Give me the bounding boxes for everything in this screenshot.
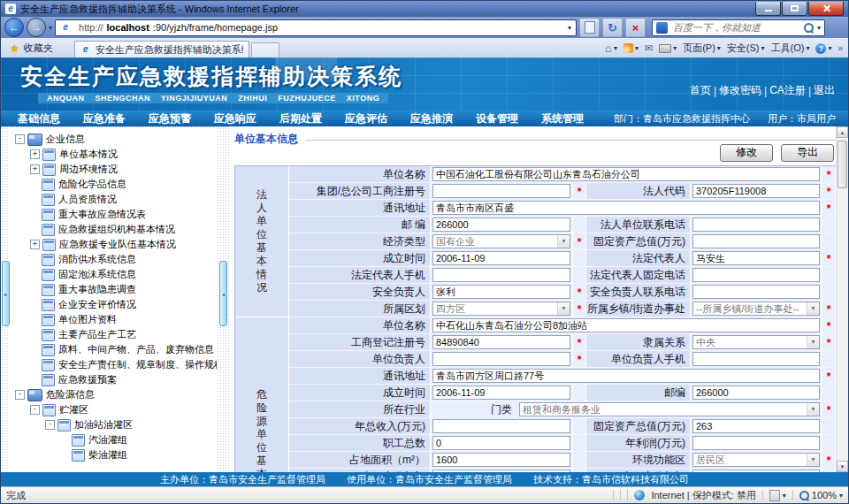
collapse-icon[interactable]: - <box>15 134 25 144</box>
tree-item-label[interactable]: 安全生产责任制、规章制度、操作规程信息 <box>58 358 217 371</box>
header-link[interactable]: CA注册 <box>768 83 807 98</box>
modify-button[interactable]: 修改 <box>720 144 773 162</box>
form-input[interactable] <box>432 218 570 232</box>
tree-item-label[interactable]: 柴油灌组 <box>88 448 127 462</box>
menu-item[interactable]: 基础信息 <box>6 111 72 126</box>
form-select[interactable]: 四方区▾ <box>432 302 570 316</box>
form-input[interactable] <box>692 268 820 282</box>
browser-tab[interactable]: e 安全生产应急救援指挥辅助决策系统 <box>74 41 249 57</box>
search-dropdown-icon[interactable]: ▾ <box>817 24 821 32</box>
zoom-control[interactable]: 100% ▾ <box>799 490 843 500</box>
form-select[interactable]: 居民区▾ <box>692 453 820 467</box>
tree-item[interactable]: -加油站油灌区 <box>10 417 217 432</box>
tree-item[interactable]: +周边环境情况 <box>10 162 217 177</box>
tree-item[interactable]: 原料、中间产物、产品、废弃物信息 <box>10 342 217 357</box>
scrollbar-thumb[interactable] <box>838 141 847 188</box>
form-input[interactable] <box>692 218 820 232</box>
vertical-scrollbar[interactable]: ▲ ▼ <box>836 126 848 472</box>
form-input[interactable] <box>432 335 570 349</box>
tree-item[interactable]: 重大事故隐患调查 <box>10 282 217 297</box>
tree-item[interactable]: 安全生产责任制、规章制度、操作规程信息 <box>10 357 217 372</box>
form-input[interactable] <box>432 436 570 450</box>
tree-item-label[interactable]: 应急救援组织机构基本情况 <box>58 223 175 236</box>
url-field[interactable]: e http://localhost:90/yjzh/frame/homepag… <box>55 19 577 36</box>
tree-item[interactable]: -企业信息 <box>10 132 217 147</box>
tree-item-label[interactable]: 人员资质情况 <box>58 193 117 206</box>
tree-item-label[interactable]: 企业安全评价情况 <box>58 298 136 311</box>
form-input[interactable] <box>692 251 820 265</box>
splitter-collapse-handle-right[interactable]: ◂ <box>219 261 227 326</box>
form-input[interactable] <box>432 251 570 265</box>
tree-item[interactable]: 汽油灌组 <box>10 432 217 447</box>
tree-item-label[interactable]: 周边环境情况 <box>59 163 118 176</box>
tree-item[interactable]: 重大事故应急情况表 <box>10 207 217 222</box>
export-button[interactable]: 导出 <box>781 144 834 162</box>
form-input[interactable] <box>432 386 570 400</box>
tree-item-label[interactable]: 重大事故隐患调查 <box>58 283 136 296</box>
form-input[interactable] <box>692 419 820 433</box>
chevron-down-icon[interactable]: ▾ <box>807 336 819 348</box>
form-input[interactable] <box>432 352 570 366</box>
form-input[interactable] <box>432 167 820 181</box>
page-menu-button[interactable]: 页面(P)▾ <box>683 42 721 55</box>
maximize-button[interactable] <box>782 2 807 16</box>
splitter-collapse-handle-left[interactable]: ▸ <box>2 261 10 326</box>
tree-item-label[interactable]: 单位基本情况 <box>59 148 118 161</box>
tree-item[interactable]: 应急救援组织机构基本情况 <box>10 222 217 237</box>
overflow-chevron-icon[interactable]: » <box>838 43 843 53</box>
tree-item-label[interactable]: 固定泡沫系统信息 <box>58 268 136 281</box>
menu-item[interactable]: 应急推演 <box>399 111 464 126</box>
menu-item[interactable]: 应急响应 <box>203 111 268 126</box>
tree-item[interactable]: -危险源信息 <box>10 387 217 402</box>
form-input[interactable] <box>692 470 820 472</box>
collapse-icon[interactable]: - <box>15 390 25 400</box>
tree-item[interactable]: 主要产品生产工艺 <box>10 327 217 342</box>
menu-item[interactable]: 设备管理 <box>464 111 530 126</box>
tree-item-label[interactable]: 企业信息 <box>46 133 85 146</box>
tree-item[interactable]: 消防供水系统信息 <box>10 252 217 267</box>
chevron-down-icon[interactable]: ▾ <box>807 403 819 416</box>
menu-item[interactable]: 后期处置 <box>268 111 333 126</box>
expand-icon[interactable]: + <box>30 240 40 249</box>
forward-button[interactable]: → <box>27 18 46 37</box>
stop-button[interactable]: × <box>625 18 646 37</box>
form-input[interactable] <box>432 470 570 472</box>
menu-item[interactable]: 应急准备 <box>72 111 137 126</box>
chevron-down-icon[interactable]: ▾ <box>807 454 819 466</box>
tree-item-label[interactable]: 贮灌区 <box>59 403 88 416</box>
protected-mode-button[interactable]: ▾ <box>769 490 786 501</box>
form-input[interactable] <box>432 369 820 383</box>
tree-item[interactable]: +单位基本情况 <box>10 147 217 162</box>
collapse-icon[interactable]: - <box>45 420 55 430</box>
tree-item[interactable]: -贮灌区 <box>10 402 217 417</box>
tree-item-label[interactable]: 危险源信息 <box>46 388 95 401</box>
refresh-button[interactable]: ↻ <box>602 18 623 37</box>
tree-item[interactable]: 人员资质情况 <box>10 192 217 207</box>
form-input[interactable] <box>692 184 820 198</box>
form-input[interactable] <box>432 201 820 215</box>
tree-item[interactable]: 危险化学品信息 <box>10 177 217 192</box>
form-input[interactable] <box>432 285 570 299</box>
tree-item-label[interactable]: 汽油灌组 <box>88 433 127 447</box>
form-input[interactable] <box>432 318 820 332</box>
safety-menu-button[interactable]: 安全(S)▾ <box>727 42 765 55</box>
tree-item-label[interactable]: 应急救援专业队伍基本情况 <box>59 238 176 251</box>
form-input[interactable] <box>432 268 570 282</box>
form-input[interactable] <box>432 184 570 198</box>
tree-item[interactable]: +应急救援专业队伍基本情况 <box>10 237 217 252</box>
menu-item[interactable]: 应急评估 <box>333 111 399 126</box>
tree-item-label[interactable]: 应急救援预案 <box>58 373 117 386</box>
form-input[interactable] <box>692 436 820 450</box>
form-input[interactable] <box>432 453 570 467</box>
expand-icon[interactable]: + <box>30 149 40 159</box>
collapse-icon[interactable]: - <box>30 405 40 415</box>
tree-item-label[interactable]: 加油站油灌区 <box>74 418 133 431</box>
form-input[interactable] <box>692 352 820 366</box>
header-link[interactable]: 修改密码 <box>717 83 763 98</box>
chevron-down-icon[interactable]: ▾ <box>557 235 570 248</box>
tree-item-label[interactable]: 主要产品生产工艺 <box>58 328 136 341</box>
search-input[interactable] <box>671 21 800 34</box>
compatibility-view-button[interactable] <box>579 18 600 37</box>
close-button[interactable] <box>808 2 844 16</box>
menu-item[interactable]: 系统管理 <box>530 111 595 126</box>
